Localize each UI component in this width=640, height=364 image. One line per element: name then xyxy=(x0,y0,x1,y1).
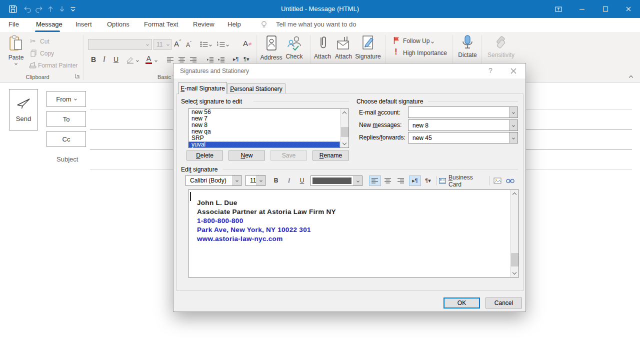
chevron-down-icon[interactable] xyxy=(509,120,518,130)
highlight-color-button[interactable] xyxy=(126,56,134,64)
signature-button[interactable]: Signature xyxy=(355,35,381,60)
align-center-button[interactable] xyxy=(178,57,186,63)
chevron-down-icon[interactable] xyxy=(354,176,362,186)
italic-button[interactable]: I xyxy=(284,176,294,186)
highlight-dropdown-icon[interactable] xyxy=(136,59,139,62)
list-item[interactable]: new qa xyxy=(188,128,340,135)
font-color-button[interactable]: A xyxy=(146,54,152,64)
scrollbar-thumb[interactable] xyxy=(511,253,518,266)
ribbon-display-options-icon[interactable] xyxy=(547,0,570,18)
list-item[interactable]: new 56 xyxy=(188,109,340,116)
chevron-down-icon[interactable] xyxy=(256,176,265,186)
align-center-button[interactable] xyxy=(382,176,394,186)
check-names-button[interactable]: Check xyxy=(283,35,306,60)
signature-font-combo[interactable]: Calibri (Body) xyxy=(186,175,242,186)
tab-message[interactable]: Message xyxy=(36,18,62,32)
font-color-dropdown-icon[interactable] xyxy=(154,59,158,62)
list-item-selected[interactable]: yuval xyxy=(188,142,340,148)
bold-button[interactable]: B xyxy=(91,56,96,64)
editor-scrollbar[interactable] xyxy=(510,190,518,277)
font-size-combo[interactable]: 11 xyxy=(154,39,172,50)
list-item[interactable]: new 8 xyxy=(188,122,340,128)
italic-button[interactable]: I xyxy=(103,56,106,64)
signature-list[interactable]: new 56 new 7 new 8 new qa SRP yuval xyxy=(188,108,349,148)
send-button[interactable]: Send xyxy=(9,89,38,130)
business-card-button[interactable]: Business Card xyxy=(439,176,487,186)
close-button[interactable] xyxy=(617,0,640,18)
scrollbar-thumb[interactable] xyxy=(341,127,348,137)
align-left-button[interactable] xyxy=(369,176,381,186)
new-messages-combo[interactable]: new 8 xyxy=(408,120,518,131)
email-account-combo[interactable] xyxy=(408,106,518,118)
cut-button[interactable]: Cut xyxy=(40,38,50,45)
cancel-button[interactable]: Cancel xyxy=(486,298,522,308)
left-to-right-button[interactable]: ▸¶ xyxy=(233,56,238,62)
cc-button[interactable]: Cc xyxy=(46,131,86,147)
scroll-down-icon[interactable] xyxy=(510,270,518,277)
from-button[interactable]: From xyxy=(46,91,86,107)
align-right-button[interactable] xyxy=(395,176,407,186)
help-button[interactable]: ? xyxy=(488,66,492,74)
grow-font-button[interactable]: Aˇ̊ xyxy=(174,39,180,48)
shrink-font-button[interactable]: Aˇ xyxy=(186,40,192,48)
chevron-down-icon[interactable] xyxy=(232,176,241,186)
clear-formatting-button[interactable]: A xyxy=(243,39,252,48)
minimize-button[interactable] xyxy=(570,0,594,18)
paste-button[interactable]: Paste xyxy=(5,35,27,72)
scroll-down-icon[interactable] xyxy=(340,140,348,148)
sensitivity-button[interactable]: Sensitivity xyxy=(486,35,516,58)
align-left-button[interactable] xyxy=(167,57,174,63)
decrease-indent-button[interactable] xyxy=(206,57,214,63)
tab-email-signature[interactable]: E-mail Signature xyxy=(178,82,227,94)
tab-personal-stationery[interactable]: Personal Stationery xyxy=(227,84,286,94)
right-to-left-button[interactable]: ¶▾ xyxy=(244,56,249,62)
bullets-button[interactable] xyxy=(200,41,208,48)
right-to-left-button[interactable]: ¶▾ xyxy=(422,176,434,186)
tab-format-text[interactable]: Format Text xyxy=(144,18,178,32)
save-button[interactable]: Save xyxy=(270,150,307,160)
scroll-up-icon[interactable] xyxy=(510,190,518,198)
dialog-titlebar[interactable]: Signatures and Stationery ? xyxy=(174,64,526,78)
clipboard-dialog-launcher-icon[interactable] xyxy=(75,74,80,78)
tab-file[interactable]: File xyxy=(8,18,19,32)
tab-options[interactable]: Options xyxy=(107,18,130,32)
new-button[interactable]: New xyxy=(228,150,265,160)
font-color-combo[interactable] xyxy=(310,176,362,186)
follow-up-button[interactable]: Follow Up xyxy=(403,38,434,44)
list-item[interactable]: SRP xyxy=(188,135,340,142)
rename-button[interactable]: Rename xyxy=(312,150,349,160)
left-to-right-button[interactable]: ▸¶ xyxy=(409,176,421,186)
format-painter-button[interactable]: Format Painter xyxy=(38,62,78,69)
numbering-button[interactable] xyxy=(217,41,225,48)
increase-indent-button[interactable] xyxy=(218,57,225,63)
insert-hyperlink-button[interactable] xyxy=(504,176,516,186)
dictate-button[interactable]: Dictate xyxy=(456,35,479,58)
copy-button[interactable]: Copy xyxy=(40,50,54,57)
signature-size-combo[interactable]: 11 xyxy=(246,175,266,186)
address-book-button[interactable]: Address xyxy=(260,35,282,61)
ok-button[interactable]: OK xyxy=(444,298,480,308)
underline-button[interactable]: U xyxy=(114,56,118,64)
to-button[interactable]: To xyxy=(46,111,86,127)
tell-me-search[interactable]: Tell me what you want to do xyxy=(276,18,356,32)
bullets-dropdown-icon[interactable] xyxy=(209,44,212,46)
list-scrollbar[interactable] xyxy=(340,109,348,148)
insert-picture-button[interactable] xyxy=(492,176,504,186)
tab-insert[interactable]: Insert xyxy=(76,18,92,32)
maximize-button[interactable] xyxy=(594,0,617,18)
chevron-down-icon[interactable] xyxy=(509,107,518,118)
dialog-close-icon[interactable] xyxy=(510,68,516,74)
numbering-dropdown-icon[interactable] xyxy=(226,44,229,46)
collapse-ribbon-icon[interactable] xyxy=(629,76,633,80)
chevron-down-icon[interactable] xyxy=(509,132,518,143)
delete-button[interactable]: Delete xyxy=(186,150,223,160)
scroll-up-icon[interactable] xyxy=(340,109,348,116)
underline-button[interactable]: U xyxy=(296,176,308,186)
signature-editor[interactable]: John L. Due Associate Partner at Astoria… xyxy=(188,190,519,278)
tab-help[interactable]: Help xyxy=(228,18,241,32)
replies-forwards-combo[interactable]: new 45 xyxy=(408,132,518,144)
attach-file-button[interactable]: Attach xyxy=(312,35,333,60)
high-importance-button[interactable]: High Importance xyxy=(403,50,447,56)
align-right-button[interactable] xyxy=(190,57,197,63)
list-item[interactable]: new 7 xyxy=(188,116,340,122)
